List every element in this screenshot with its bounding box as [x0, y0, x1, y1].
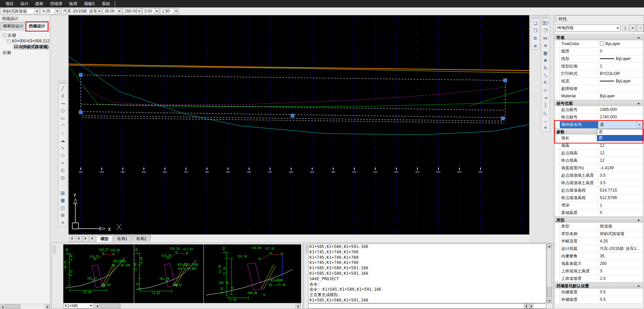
prop-row-2-8[interactable]: 终点墙顶高程512.5799	[555, 194, 643, 202]
collapse-icon[interactable]	[7, 39, 11, 43]
prop-row-2-10[interactable]: 基础高度0	[555, 209, 643, 217]
chevron-down-icon[interactable]	[34, 8, 39, 14]
chevron-down-icon[interactable]	[173, 8, 178, 14]
tree-item-right-side[interactable]: 右侧	[2, 50, 50, 56]
prop-row-0-5[interactable]: 线宽ByLayer	[555, 78, 643, 85]
param-combo-3[interactable]: 35.00	[103, 8, 122, 14]
prop-row-0-7[interactable]: MaterialByLayer	[555, 93, 643, 100]
dropdown-option-1[interactable]: 是	[597, 135, 643, 141]
revcloud-icon[interactable]: ☁	[59, 137, 67, 144]
prop-value[interactable]: 512.5799	[599, 194, 643, 201]
param-combo-6[interactable]: 1.50	[160, 8, 179, 14]
prop-row-3-6[interactable]: 上路堤填土高度3	[555, 268, 643, 275]
send-under-icon[interactable]: ⧇	[532, 42, 539, 49]
chevron-down-icon[interactable]	[55, 8, 60, 14]
toolbar-grip-handle[interactable]	[542, 17, 549, 19]
prop-row-0-6[interactable]: 超级链接	[555, 85, 643, 93]
pickadd-toggle-button[interactable]: 1	[622, 24, 629, 32]
cad-viewport[interactable]: YX	[69, 15, 529, 234]
select-objects-button[interactable]: ➤	[629, 24, 636, 32]
panel-grip-handle[interactable]	[53, 245, 56, 254]
scrollbar-thumb[interactable]	[5, 304, 20, 309]
send-to-back-icon[interactable]: ❐	[532, 27, 539, 34]
layout-tab-1[interactable]: 布局1	[113, 235, 132, 242]
prop-row-3-7[interactable]: 上路堤坡度1.5	[555, 275, 643, 283]
prop-row-4-1[interactable]: 外侧坡度0.5	[555, 296, 643, 304]
bring-to-front-icon[interactable]: ❏	[532, 20, 539, 27]
chevron-down-icon[interactable]	[137, 8, 142, 14]
prop-value[interactable]: ByLayer	[599, 40, 643, 47]
prop-section-header-3[interactable]: 类型	[555, 217, 643, 223]
collapse-section-icon[interactable]	[637, 285, 640, 287]
make-block-icon[interactable]: ⊡	[59, 174, 67, 181]
arc-icon[interactable]: ◠	[59, 122, 67, 129]
scroll-up-icon[interactable]	[547, 244, 551, 248]
scroll-right-icon[interactable]	[45, 304, 50, 309]
chevron-down-icon[interactable]	[154, 8, 159, 14]
menu-item-5[interactable]: 模板E	[81, 0, 98, 7]
prop-row-0-2[interactable]: 线型ByLayer	[555, 55, 643, 63]
object-type-select[interactable]: 纬地挡墙	[555, 24, 621, 32]
toolbar-grip-handle[interactable]	[532, 17, 538, 19]
prop-value[interactable]: 1740.000	[599, 114, 643, 121]
cmd-scroll-right-icon[interactable]	[529, 304, 533, 308]
param-combo-1[interactable]: 4.25	[41, 8, 60, 14]
prop-value[interactable]: -1.4139	[599, 165, 643, 172]
prop-value[interactable]: 12	[599, 157, 643, 164]
last-tab-icon[interactable]	[90, 236, 96, 242]
thumb-scroll-left-icon[interactable]	[95, 304, 100, 308]
menu-item-4[interactable]: 验算	[66, 0, 81, 7]
prop-value[interactable]: 0.5	[599, 289, 643, 296]
ellipse-icon[interactable]: ⬭	[59, 152, 67, 159]
prop-value[interactable]: BYCOLOR	[599, 70, 643, 77]
collapse-section-icon[interactable]	[637, 219, 640, 221]
prop-value[interactable]: ByLayer	[599, 93, 643, 100]
command-input[interactable]	[308, 304, 546, 309]
tab-cross-section-design[interactable]: 横断面设计	[1, 22, 26, 30]
prop-value[interactable]: 0	[599, 209, 643, 216]
offset-icon[interactable]: ≋	[542, 42, 549, 49]
gradient-icon[interactable]: ▩	[59, 197, 67, 204]
prop-row-1-2[interactable]: 墙外排水沟是	[555, 121, 643, 129]
collapse-icon[interactable]	[3, 34, 6, 37]
prop-value[interactable]: 4.25	[599, 238, 643, 245]
prop-value[interactable]: 1.5	[599, 275, 643, 282]
prev-tab-icon[interactable]	[76, 236, 82, 242]
prop-row-2-1[interactable]: 墙高12	[555, 142, 643, 150]
region-icon[interactable]: ◫	[59, 204, 67, 211]
prop-value[interactable]: 514.7715	[599, 187, 643, 194]
prop-row-2-2[interactable]: 起点墙高12	[555, 150, 643, 157]
stretch-icon[interactable]: ⇱	[542, 79, 549, 86]
quick-select-button[interactable]: ✧	[637, 24, 644, 32]
param-combo-4[interactable]: 250.00	[123, 8, 142, 14]
chevron-down-icon[interactable]	[637, 122, 642, 128]
fillet-icon[interactable]: ◡	[542, 117, 549, 124]
array-icon[interactable]: ▦	[542, 50, 549, 57]
polyline-icon[interactable]: ↝	[59, 100, 67, 107]
prop-value[interactable]: 1	[599, 63, 643, 70]
prop-value[interactable]: 35	[599, 253, 643, 260]
next-tab-icon[interactable]	[83, 236, 89, 242]
prop-row-3-2[interactable]: 半幅宽度4.25	[555, 238, 643, 245]
insert-block-icon[interactable]: ⎗	[59, 167, 67, 174]
tab-wall-design[interactable]: 挡墙设计	[26, 22, 48, 30]
prop-section-header-4[interactable]: 挡墙基坑默认设置	[555, 283, 643, 289]
command-history[interactable]: K1+585,K1+580,K1+591.166K1+745,K1+740,K1…	[308, 244, 546, 303]
prop-row-2-3[interactable]: 终点墙高12	[555, 157, 643, 165]
bring-above-icon[interactable]: ⧉	[532, 35, 539, 42]
move-icon[interactable]: ✥	[542, 57, 549, 64]
left-panel-hscrollbar[interactable]	[0, 304, 50, 309]
toolbar-grip-handle[interactable]	[59, 82, 66, 84]
polygon-icon[interactable]: ⬠	[59, 107, 67, 114]
cross-section-thumbnail-2[interactable]: 518.06517.87514.56502.56500.48K1+600WJ =…	[204, 244, 301, 303]
prop-value[interactable]: 12	[599, 150, 643, 157]
prop-value[interactable]: 是	[599, 121, 643, 128]
prop-row-0-3[interactable]: 线型比例1	[555, 63, 643, 70]
param-combo-5[interactable]: 3.00	[143, 8, 159, 14]
prop-row-3-5[interactable]: 地基承载力250	[555, 260, 643, 268]
prop-value[interactable]: 仰斜式路堤墙	[599, 230, 643, 237]
collapse-section-icon[interactable]	[637, 102, 640, 104]
menu-item-0[interactable]: 项目	[2, 0, 17, 7]
scroll-left-icon[interactable]	[0, 304, 5, 309]
prop-value[interactable]: 汽车-20/15级: 挂车1...	[599, 245, 643, 252]
